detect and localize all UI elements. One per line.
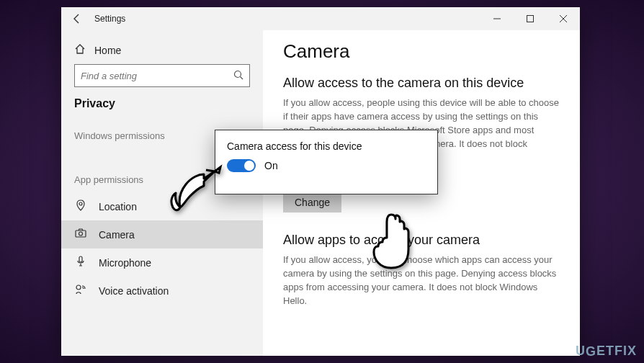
pointer-hand-icon <box>164 157 229 222</box>
sidebar-item-microphone[interactable]: Microphone <box>61 248 263 277</box>
window-title: Settings <box>94 14 125 24</box>
popup-title: Camera access for this device <box>227 140 426 152</box>
section2-title: Allow apps to access your camera <box>283 233 560 248</box>
minimize-button[interactable] <box>480 7 514 30</box>
search-input-container[interactable] <box>74 64 250 87</box>
microphone-icon <box>74 256 87 269</box>
back-button[interactable] <box>61 7 93 30</box>
watermark: UGETFIX <box>576 344 637 359</box>
svg-point-4 <box>235 71 241 77</box>
sidebar-item-camera[interactable]: Camera <box>61 220 263 248</box>
camera-access-popup: Camera access for this device On <box>215 130 438 194</box>
section-header: Privacy <box>61 97 263 123</box>
page-title: Camera <box>283 40 560 63</box>
minimize-icon <box>493 15 501 22</box>
svg-rect-1 <box>527 16 534 22</box>
search-icon <box>233 70 243 82</box>
camera-toggle[interactable] <box>227 159 256 172</box>
camera-icon <box>74 228 87 241</box>
window-controls <box>480 7 580 30</box>
sidebar-item-label: Location <box>99 201 137 212</box>
search-input[interactable] <box>81 71 233 81</box>
sidebar-item-label: Camera <box>99 229 135 241</box>
svg-point-10 <box>76 285 81 290</box>
svg-point-6 <box>79 202 82 205</box>
home-link[interactable]: Home <box>61 37 263 64</box>
svg-rect-7 <box>76 230 86 237</box>
toggle-state-label: On <box>264 160 278 171</box>
back-arrow-icon <box>71 13 83 24</box>
maximize-button[interactable] <box>514 7 547 30</box>
sidebar-item-voice-activation[interactable]: Voice activation <box>61 277 263 305</box>
sidebar-item-label: Voice activation <box>99 285 169 297</box>
section2-body: If you allow access, you can choose whic… <box>283 254 560 308</box>
sidebar-item-label: Microphone <box>99 257 151 269</box>
sidebar-item-location[interactable]: Location <box>61 192 263 220</box>
close-button[interactable] <box>547 7 580 30</box>
voice-icon <box>74 284 87 297</box>
home-label: Home <box>94 45 121 56</box>
svg-line-5 <box>241 76 243 79</box>
titlebar: Settings <box>61 7 580 30</box>
pointer-hand-icon <box>364 209 421 274</box>
close-icon <box>560 15 567 22</box>
location-icon <box>74 200 87 213</box>
svg-point-8 <box>79 232 83 236</box>
home-icon <box>74 43 86 57</box>
change-button[interactable]: Change <box>283 192 341 212</box>
svg-rect-9 <box>79 256 82 262</box>
maximize-icon <box>527 15 534 22</box>
section1-title: Allow access to the camera on this devic… <box>283 76 560 91</box>
